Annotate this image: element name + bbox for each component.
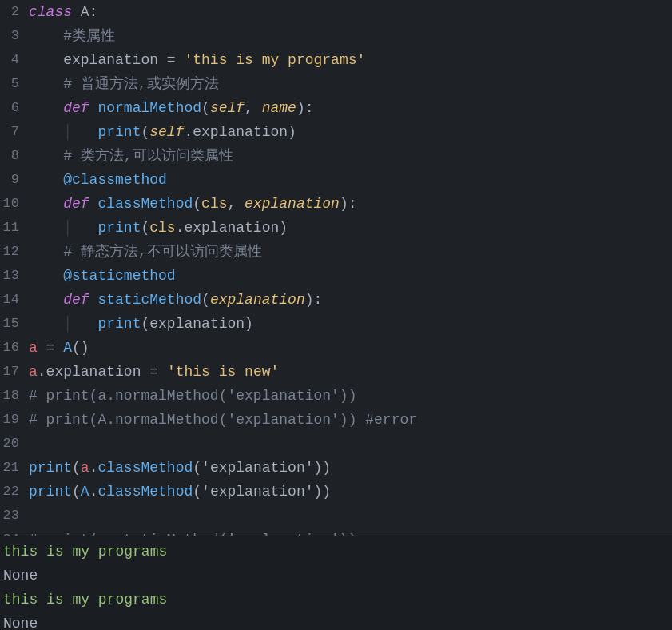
line-content: # print(a.normalMethod('explanation')) [29,384,356,408]
code-token: ( [201,292,210,308]
code-token: explanation [245,196,340,212]
output-text: this is my programs [3,540,167,564]
code-token: classMethod [97,196,193,212]
code-token: ( [141,124,149,140]
code-token: = [38,340,63,356]
line-content: class A: [29,0,97,24]
code-line: 20 [0,432,672,456]
code-token [89,100,98,116]
line-number: 22 [0,480,29,504]
line-number: 23 [0,504,29,528]
code-token: normalMethod [97,100,201,116]
code-token [29,100,63,116]
output-line: None [0,612,672,630]
code-token: A [81,484,89,500]
code-token: class [29,4,72,20]
line-number: 17 [0,360,29,384]
code-token: ): [296,100,314,116]
code-line: 14 def staticMethod(explanation): [0,288,672,312]
code-line: 18# print(a.normalMethod('explanation')) [0,384,672,408]
code-token: ( [193,196,201,212]
line-content: #类属性 [29,24,115,48]
line-content: # 普通方法,或实例方法 [29,72,219,96]
code-token: . [89,484,98,500]
line-number: 24 [0,528,29,536]
line-content: # print(A.normalMethod('explanation')) #… [29,408,417,432]
code-token: print [97,124,141,140]
code-token [29,292,63,308]
code-line: 24# print(a.staticMethod('explanation')) [0,528,672,536]
code-line: 12 # 静态方法,不可以访问类属性 [0,240,672,264]
code-token [89,196,98,212]
line-number: 21 [0,456,29,480]
code-line: 17a.explanation = 'this is new' [0,360,672,384]
code-line: 13 @staticmethod [0,264,672,288]
line-number: 6 [0,96,29,120]
line-content: print(A.classMethod('explanation')) [29,480,331,504]
output-panel: this is my programsNonethis is my progra… [0,536,672,630]
output-line: this is my programs [0,588,672,612]
code-token: def [63,196,89,212]
code-token: , [245,100,262,116]
line-number: 15 [0,312,29,336]
line-number: 13 [0,264,29,288]
code-token: a [81,460,89,476]
code-token: ( [201,100,210,116]
line-content: │ print(self.explanation) [29,120,296,144]
line-content: a = A() [29,336,89,360]
code-token: staticMethod [97,292,201,308]
output-line: None [0,564,672,588]
output-text: this is my programs [3,588,167,612]
code-token: a [29,340,38,356]
code-token: ( [72,484,81,500]
code-token: # 普通方法,或实例方法 [29,76,219,92]
code-token: # 静态方法,不可以访问类属性 [29,244,262,260]
code-token: ('explanation')) [193,460,331,476]
line-content: @classmethod [29,168,167,192]
code-token: explanation [29,52,167,68]
line-number: 18 [0,384,29,408]
code-line: 9 @classmethod [0,168,672,192]
code-token: print [29,484,72,500]
line-number: 19 [0,408,29,432]
code-token: explanation [210,292,305,308]
code-line: 22print(A.classMethod('explanation')) [0,480,672,504]
code-token: # print(a.normalMethod('explanation')) [29,388,356,404]
line-number: 20 [0,432,29,456]
code-token: self [149,124,184,140]
code-line: 19# print(A.normalMethod('explanation'))… [0,408,672,432]
code-editor: 2class A:3 #类属性4 explanation = 'this is … [0,0,672,536]
code-token: (explanation) [141,316,252,332]
code-token: def [63,100,89,116]
code-line: 23 [0,504,672,528]
code-token: classMethod [97,484,193,500]
code-token: .explanation) [176,220,288,236]
line-number: 14 [0,288,29,312]
line-content: def classMethod(cls, explanation): [29,192,357,216]
line-number: 16 [0,336,29,360]
code-line: 5 # 普通方法,或实例方法 [0,72,672,96]
line-number: 3 [0,24,29,48]
code-token: 'this is my programs' [184,52,365,68]
code-token: A [63,340,72,356]
code-token: = [149,364,158,380]
code-token: 'this is new' [167,364,279,380]
code-token: #类属性 [29,28,115,44]
code-token: cls [149,220,175,236]
code-token: self [210,100,245,116]
line-number: 2 [0,0,29,24]
code-line: 6 def normalMethod(self, name): [0,96,672,120]
line-number: 4 [0,48,29,72]
code-token: def [63,292,89,308]
code-token: = [167,52,176,68]
line-number: 7 [0,120,29,144]
line-number: 8 [0,144,29,168]
code-line: 3 #类属性 [0,24,672,48]
code-line: 7 │ print(self.explanation) [0,120,672,144]
code-token: ('explanation')) [193,484,331,500]
code-token: A: [72,4,97,20]
output-line: this is my programs [0,540,672,564]
code-token: @classmethod [63,172,167,188]
line-content: # print(a.staticMethod('explanation')) [29,528,356,536]
line-content: # 静态方法,不可以访问类属性 [29,240,262,264]
